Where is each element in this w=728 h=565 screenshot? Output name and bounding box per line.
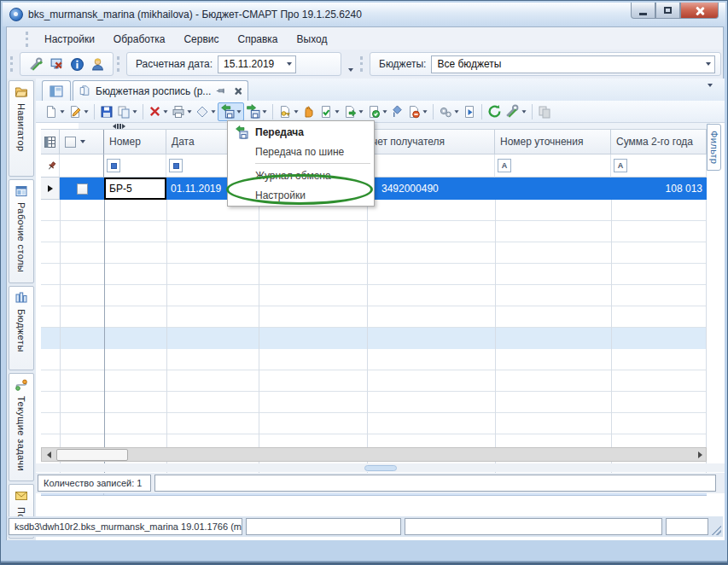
filter-cell-number[interactable] <box>104 154 166 178</box>
block-button[interactable] <box>405 102 429 121</box>
toolbar-group-calc-date: Расчетная дата: 15.11.2019 <box>126 52 341 76</box>
grid-empty-area[interactable] <box>41 200 707 477</box>
approve-button[interactable] <box>317 102 341 121</box>
scroll-right-button[interactable] <box>692 448 706 461</box>
sidebar-item-current-tasks[interactable]: Текущие задачи <box>9 373 34 481</box>
disconnect-button[interactable] <box>46 54 67 74</box>
select-all-corner[interactable] <box>41 130 60 154</box>
panel-splitter[interactable] <box>36 463 725 472</box>
filter-pin-cell[interactable] <box>41 154 60 178</box>
new-button[interactable] <box>43 102 67 121</box>
tab-budget-rospis[interactable]: Бюджетная роспись (р... .tab .glyph-x::b… <box>73 80 248 101</box>
cell-number[interactable]: БР-5 <box>104 178 166 200</box>
column-header-number[interactable]: Номер <box>104 130 166 154</box>
menu-item-peredacha-po-shine[interactable]: Передача по шине <box>228 142 374 161</box>
column-header-sum-year2[interactable]: Сумма 2-го года <box>611 130 707 154</box>
check-column-header[interactable] <box>60 130 104 154</box>
checkbox-icon[interactable] <box>65 137 76 148</box>
tab-desktop[interactable] <box>42 80 71 101</box>
menu-obrabotka[interactable]: Обработка <box>104 30 175 49</box>
filter-type-icon[interactable] <box>169 159 183 172</box>
splitter-grip[interactable] <box>364 465 397 471</box>
close-icon <box>695 6 704 15</box>
resize-grip[interactable] <box>710 524 721 535</box>
frozen-splitter[interactable] <box>79 123 710 129</box>
tasks-icon <box>15 378 28 392</box>
left-sidebar: Навигатор Рабочие столы <box>7 79 36 540</box>
cell-account[interactable]: 3492000490 <box>367 178 495 200</box>
cell-sum-year2[interactable]: 108 013 <box>611 178 707 200</box>
chevron-down-icon[interactable] <box>282 62 295 66</box>
service-button[interactable] <box>437 102 461 121</box>
tab-close-icon[interactable]: .tab .glyph-x::before,.tab .glyph-x::aft… <box>234 87 242 95</box>
chevron-down-icon[interactable] <box>80 140 85 143</box>
budgets-combobox[interactable]: Все бюджеты <box>431 55 715 73</box>
receive-button[interactable] <box>218 102 244 121</box>
title-bar: bks_murmansk_marina (mikhailova) - Бюдже… <box>3 3 725 26</box>
document-verify-icon <box>367 105 381 119</box>
calc-date-value: 15.11.2019 <box>218 58 282 70</box>
delete-button[interactable] <box>147 102 170 121</box>
menu-spravka[interactable]: Справка <box>228 30 287 49</box>
scrollbar-thumb[interactable] <box>56 449 128 461</box>
menu-bar: Настройки Обработка Сервис Справка Выход <box>7 28 723 50</box>
sidebar-item-navigator[interactable]: Навигатор <box>9 80 34 177</box>
sign-button[interactable] <box>277 102 300 121</box>
copy-button[interactable] <box>115 102 139 121</box>
sidebar-item-desktops[interactable]: Рабочие столы <box>9 179 34 283</box>
send-button[interactable] <box>244 102 269 121</box>
print-button[interactable] <box>170 102 194 121</box>
refresh-button[interactable] <box>486 102 504 121</box>
chevron-down-icon[interactable] <box>702 62 714 66</box>
filter-text-icon[interactable]: A <box>498 159 511 172</box>
chevron-down-icon <box>708 84 713 102</box>
cell-refine[interactable] <box>495 178 611 200</box>
flag-button[interactable] <box>389 102 405 121</box>
menu-servis[interactable]: Сервис <box>174 30 228 49</box>
column-header-account[interactable]: чет получателя <box>367 130 495 154</box>
checkbox-icon[interactable] <box>77 183 88 195</box>
horizontal-scrollbar[interactable] <box>41 447 707 462</box>
edit-button[interactable] <box>67 102 90 121</box>
rhombus-icon <box>195 105 209 119</box>
menu-vyhod[interactable]: Выход <box>288 30 337 49</box>
execute-button[interactable] <box>461 102 478 121</box>
menu-separator <box>255 163 370 164</box>
user-button[interactable] <box>87 54 108 74</box>
pin-icon[interactable] <box>216 85 227 96</box>
filter-panel-tab[interactable]: Фильтр <box>707 124 721 171</box>
menu-nastroyki[interactable]: Настройки <box>35 30 104 49</box>
clear-button[interactable] <box>194 102 218 121</box>
hold-button[interactable] <box>300 102 317 121</box>
status-field-4 <box>666 518 708 535</box>
close-button[interactable] <box>680 3 719 19</box>
tools-button[interactable] <box>26 54 46 74</box>
filter-text-icon[interactable]: A <box>614 159 627 172</box>
info-button[interactable] <box>67 54 87 74</box>
filter-cell-sum[interactable]: A <box>611 154 707 178</box>
row-check-cell[interactable] <box>60 178 104 200</box>
status-field-3 <box>405 518 662 535</box>
filter-cell-check[interactable] <box>60 154 104 178</box>
desktop-tab-icon <box>50 85 63 97</box>
column-header-refine[interactable]: Номер уточнения <box>495 130 611 154</box>
row-indicator <box>41 178 60 200</box>
grid-settings-button[interactable] <box>504 102 528 121</box>
splitter-handle-icon <box>113 123 125 129</box>
filter-type-icon[interactable] <box>107 159 120 172</box>
scroll-left-button[interactable] <box>42 448 55 461</box>
toolbar-overflow-button[interactable] <box>345 53 357 75</box>
minimize-button[interactable] <box>631 3 655 19</box>
sidebar-item-budgets[interactable]: Бюджеты <box>9 286 34 370</box>
status-bar: ksdb3\dwh10r2.bks_murmansk_marina 19.01.… <box>7 516 723 537</box>
arrow-left-icon <box>47 451 51 458</box>
save-button[interactable] <box>98 102 115 121</box>
forward-button[interactable] <box>341 102 365 121</box>
menu-item-peredacha[interactable]: Передача <box>228 122 374 142</box>
verify-button[interactable] <box>365 102 389 121</box>
document-run-icon <box>463 105 476 119</box>
maximize-button[interactable] <box>655 3 680 19</box>
filter-cell-refine[interactable]: A <box>495 154 611 178</box>
calc-date-combobox[interactable]: 15.11.2019 <box>218 55 296 73</box>
filter-cell-account[interactable] <box>367 154 495 178</box>
